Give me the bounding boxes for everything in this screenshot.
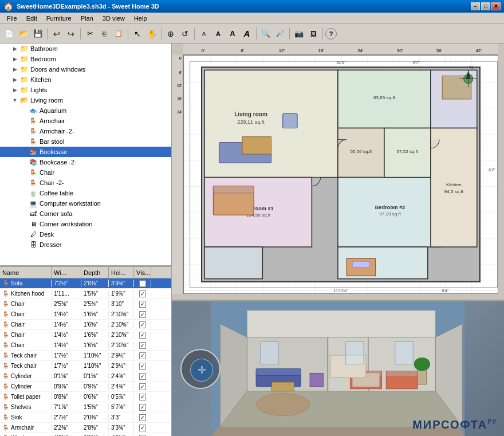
select-tool-button[interactable]: ↖ xyxy=(131,27,144,41)
save-button[interactable]: 💾 xyxy=(31,27,45,41)
visibility-checkbox[interactable] xyxy=(139,414,146,421)
cell-visible[interactable] xyxy=(134,331,151,339)
menu-3dview[interactable]: 3D view xyxy=(98,14,129,23)
tree-item-living-room[interactable]: ▼ 📂 Living room xyxy=(0,95,171,105)
cell-visible[interactable] xyxy=(134,311,151,319)
tree-item-aquarium[interactable]: 🐟 Aquarium xyxy=(0,105,171,116)
paste-button[interactable]: 📋 xyxy=(112,27,125,41)
menu-file[interactable]: File xyxy=(2,14,22,23)
visibility-checkbox[interactable] xyxy=(139,425,146,431)
visibility-checkbox[interactable] xyxy=(139,363,146,370)
compass-circle[interactable]: ✛ xyxy=(180,349,220,389)
col-header-name[interactable]: Name xyxy=(0,267,52,278)
tree-item-chair2[interactable]: 🪑 Chair -2- xyxy=(0,178,171,188)
list-item[interactable]: 🪑 Sink 2'7½" 2'0⅜" 3'3" xyxy=(0,413,171,423)
rotate-button[interactable]: ↺ xyxy=(178,27,192,41)
navigation-compass[interactable]: ✛ xyxy=(180,349,220,389)
copy-button[interactable]: ⎘ xyxy=(97,27,111,41)
col-header-depth[interactable]: Depth xyxy=(81,267,109,278)
tree-item-kitchen[interactable]: ▶ 📁 Kitchen xyxy=(0,74,171,85)
new-button[interactable]: 📄 xyxy=(2,27,16,41)
col-header-visible[interactable]: Vis... xyxy=(134,267,151,278)
visibility-checkbox[interactable] xyxy=(139,280,146,287)
list-item[interactable]: 🪑 Teck chair 1'7½" 1'10⅝" 2'9½" xyxy=(0,351,171,361)
menu-help[interactable]: Help xyxy=(129,14,152,23)
list-item[interactable]: 🪑 Chair 1'4½" 1'6⅝" 2'10⅝" xyxy=(0,320,171,330)
visibility-checkbox[interactable] xyxy=(139,352,146,359)
list-item[interactable]: 🪑 Cylinder 0'1⅝" 0'1⅝" 2'4⅜" xyxy=(0,371,171,382)
list-item[interactable]: 🪑 Chair 1'4½" 1'6⅝" 2'10⅝" xyxy=(0,309,171,320)
cell-visible[interactable] xyxy=(134,393,151,401)
tree-item-corner-ws[interactable]: 🖥 Corner workstation xyxy=(0,219,171,229)
add-point-button[interactable]: ⊕ xyxy=(164,27,178,41)
visibility-checkbox[interactable] xyxy=(139,383,146,390)
list-item[interactable]: 🪑 Chair 2'5⅜" 2'5¾" 3'10" xyxy=(0,299,171,309)
view3d-area[interactable]: ✛ МИРСОФТАРУ xyxy=(172,301,504,436)
tree-item-bathroom[interactable]: ▶ 📁 Bathroom xyxy=(0,44,171,54)
tree-item-coffee-table[interactable]: 🍵 Coffee table xyxy=(0,188,171,198)
list-item[interactable]: 🪑 Cylinder 0'9⅞" 0'9⅞" 2'4⅜" xyxy=(0,382,171,392)
visibility-checkbox[interactable] xyxy=(139,321,146,328)
cell-visible[interactable] xyxy=(134,352,151,360)
cell-visible[interactable] xyxy=(134,403,151,411)
tree-item-computer-ws[interactable]: 💻 Computer workstation xyxy=(0,198,171,209)
tree-item-lights[interactable]: ▶ 📁 Lights xyxy=(0,85,171,95)
floor-plan-canvas[interactable]: Living room 229,11 sq.ft 83,93 sq.ft 55,… xyxy=(183,55,498,294)
text-size-m-button[interactable]: A xyxy=(211,27,225,41)
text-size-xl-button[interactable]: A xyxy=(240,27,254,41)
list-item[interactable]: 🪑 Armchair 2'2⅜" 2'8⅝" 3'3⅜" xyxy=(0,423,171,433)
tree-item-bookcase2[interactable]: 📚 Bookcase -2- xyxy=(0,157,171,167)
open-button[interactable]: 📂 xyxy=(17,27,30,41)
menu-furniture[interactable]: Furniture xyxy=(42,14,76,23)
furniture-list[interactable]: Name Wi... Depth Hei... Vis... 🪑 Sofa 7'… xyxy=(0,267,171,436)
cut-button[interactable]: ✂ xyxy=(83,27,97,41)
menu-edit[interactable]: Edit xyxy=(22,14,42,23)
col-header-height[interactable]: Hei... xyxy=(109,267,134,278)
tree-item-dresser[interactable]: 🗄 Dresser xyxy=(0,239,171,250)
tree-expander-kitchen[interactable]: ▶ xyxy=(10,75,19,84)
tree-item-doors[interactable]: ▶ 📁 Doors and windows xyxy=(0,64,171,74)
tree-expander-lights[interactable]: ▶ xyxy=(10,85,19,95)
tree-expander-bathroom[interactable]: ▶ xyxy=(10,44,19,53)
visibility-checkbox[interactable] xyxy=(139,301,146,308)
cell-visible[interactable] xyxy=(134,434,151,437)
list-item[interactable]: 🪑 Chair 1'4½" 1'6⅝" 2'10⅝" xyxy=(0,340,171,351)
list-item[interactable]: 🪑 Window 1'9⅜" 0'9⅞" 4'2⅜" xyxy=(0,433,171,436)
list-item[interactable]: 🪑 Shelves 7'1⅞" 1'5⅜" 5'7⅜" xyxy=(0,402,171,413)
tree-expander-doors[interactable]: ▶ xyxy=(10,65,19,74)
list-item[interactable]: 🪑 Toilet paper 0'8⅜" 0'6⅜" 0'5⅞" xyxy=(0,392,171,402)
tree-item-bedroom[interactable]: ▶ 📁 Bedroom xyxy=(0,54,171,64)
tree-item-corner-sofa[interactable]: 🛋 Corner sofa xyxy=(0,209,171,219)
camera-button[interactable]: 📷 xyxy=(292,27,306,41)
furniture-tree[interactable]: ▶ 📁 Bathroom ▶ 📁 Bedroom ▶ 📁 Doors and w… xyxy=(0,44,171,267)
cell-visible[interactable] xyxy=(134,414,151,422)
list-item[interactable]: 🪑 Kitchen hood 1'11... 1'5⅜" 1'9⅞" xyxy=(0,289,171,299)
pan-tool-button[interactable]: ✋ xyxy=(145,27,159,41)
maximize-button[interactable]: □ xyxy=(481,2,490,10)
tree-expander-living[interactable]: ▼ xyxy=(10,96,19,105)
tree-item-armchair[interactable]: 🪑 Armchair xyxy=(0,116,171,126)
help-button[interactable]: ? xyxy=(325,28,337,40)
tree-item-chair[interactable]: 🪑 Chair xyxy=(0,167,171,178)
floor-plan-area[interactable]: 0' 6' 12' 18' 24' 30' 36' 42' 0' 6' 12' … xyxy=(172,44,504,301)
visibility-checkbox[interactable] xyxy=(139,373,146,380)
list-item[interactable]: 🪑 Sofa 7'2½" 2'8⅜" 3'9⅝" xyxy=(0,278,171,289)
close-button[interactable]: ✕ xyxy=(491,2,501,10)
cell-visible[interactable] xyxy=(134,424,151,432)
zoom-in-button[interactable]: 🔍 xyxy=(259,27,273,41)
cell-visible[interactable] xyxy=(134,341,151,349)
cell-visible[interactable] xyxy=(134,300,151,308)
minimize-button[interactable]: − xyxy=(471,2,480,10)
tree-expander-bedroom[interactable]: ▶ xyxy=(10,54,19,64)
col-header-width[interactable]: Wi... xyxy=(52,267,81,278)
cell-visible[interactable] xyxy=(134,321,151,329)
visibility-checkbox[interactable] xyxy=(139,342,146,349)
list-item[interactable]: 🪑 Teck chair 1'7½" 1'10⅝" 2'9½" xyxy=(0,361,171,371)
cell-visible[interactable] xyxy=(134,280,151,288)
visibility-checkbox[interactable] xyxy=(139,394,146,400)
photo-button[interactable]: 🖼 xyxy=(306,27,320,41)
text-size-l-button[interactable]: A xyxy=(226,27,239,41)
visibility-checkbox[interactable] xyxy=(139,404,146,411)
tree-item-desk[interactable]: 🖊 Desk xyxy=(0,229,171,239)
text-size-s-button[interactable]: A xyxy=(197,27,211,41)
